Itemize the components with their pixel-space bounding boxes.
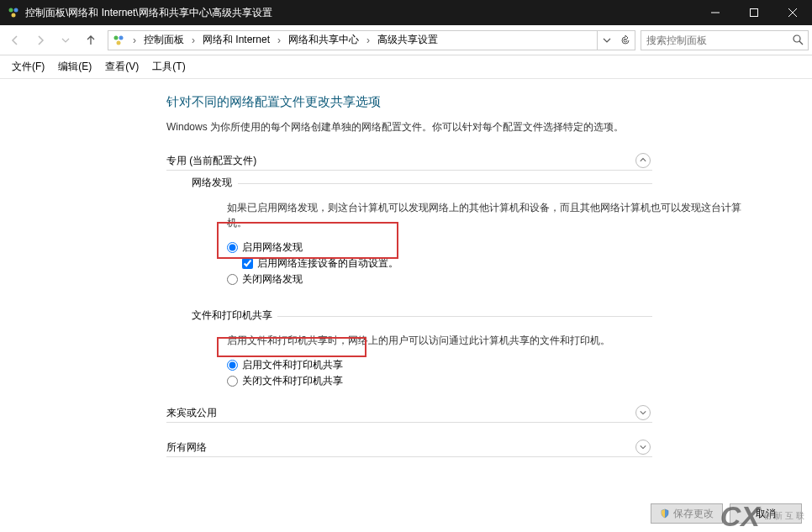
- close-button[interactable]: [773, 0, 812, 25]
- back-button[interactable]: [3, 29, 27, 52]
- profile-all-label: 所有网络: [166, 440, 635, 455]
- checkbox-auto-setup[interactable]: 启用网络连接设备的自动设置。: [242, 256, 812, 271]
- forward-button[interactable]: [29, 29, 52, 52]
- discovery-description: 如果已启用网络发现，则这台计算机可以发现网络上的其他计算机和设备，而且其他网络计…: [227, 200, 757, 230]
- recent-dropdown[interactable]: [54, 29, 77, 52]
- search-box[interactable]: [641, 30, 809, 50]
- breadcrumb-item[interactable]: 网络和共享中心: [285, 31, 362, 50]
- chevron-right-icon[interactable]: ›: [187, 34, 199, 46]
- section-network-discovery: 网络发现: [192, 176, 812, 190]
- radio-disable-discovery[interactable]: 关闭网络发现: [227, 272, 812, 287]
- expand-icon[interactable]: [635, 440, 651, 455]
- breadcrumb-item[interactable]: 网络和 Internet: [199, 31, 273, 50]
- profile-private-header[interactable]: 专用 (当前配置文件): [166, 153, 652, 171]
- location-icon: [108, 34, 129, 47]
- svg-rect-4: [751, 9, 758, 17]
- navbar: › 控制面板 › 网络和 Internet › 网络和共享中心 › 高级共享设置: [0, 25, 812, 55]
- chevron-right-icon[interactable]: ›: [362, 34, 374, 46]
- svg-line-11: [799, 41, 803, 45]
- radio-enable-discovery[interactable]: 启用网络发现: [227, 240, 812, 255]
- svg-point-1: [14, 8, 18, 13]
- minimize-button[interactable]: [696, 0, 735, 25]
- window-title: 控制面板\网络和 Internet\网络和共享中心\高级共享设置: [25, 6, 696, 20]
- refresh-icon[interactable]: [616, 31, 635, 50]
- chevron-right-icon[interactable]: ›: [129, 34, 140, 46]
- svg-point-8: [119, 35, 124, 40]
- svg-point-2: [12, 13, 16, 18]
- svg-point-9: [117, 40, 121, 45]
- profile-guest-header[interactable]: 来宾或公用: [166, 405, 652, 423]
- collapse-icon[interactable]: [635, 153, 651, 168]
- svg-point-10: [794, 35, 800, 42]
- profile-private-label: 专用 (当前配置文件): [166, 154, 635, 168]
- menu-tools[interactable]: 工具(T): [145, 56, 192, 77]
- menu-edit[interactable]: 编辑(E): [51, 56, 98, 77]
- expand-icon[interactable]: [635, 405, 651, 420]
- content-area: 针对不同的网络配置文件更改共享选项 Windows 为你所使用的每个网络创建单独…: [0, 79, 812, 457]
- breadcrumb-item[interactable]: 控制面板: [140, 31, 187, 50]
- save-button[interactable]: 保存更改: [651, 503, 723, 524]
- history-dropdown-icon[interactable]: [598, 31, 616, 50]
- menu-file[interactable]: 文件(F): [5, 56, 51, 77]
- menu-view[interactable]: 查看(V): [98, 56, 145, 77]
- radio-disable-filesharing[interactable]: 关闭文件和打印机共享: [227, 374, 812, 388]
- shield-icon: [660, 508, 670, 519]
- page-heading: 针对不同的网络配置文件更改共享选项: [166, 94, 812, 110]
- app-icon: [7, 6, 20, 19]
- radio-enable-filesharing[interactable]: 启用文件和打印机共享: [227, 358, 812, 372]
- svg-point-7: [114, 35, 119, 40]
- profile-all-header[interactable]: 所有网络: [166, 440, 652, 457]
- titlebar: 控制面板\网络和 Internet\网络和共享中心\高级共享设置: [0, 0, 812, 25]
- search-input[interactable]: [641, 34, 788, 46]
- section-file-sharing: 文件和打印机共享: [192, 308, 812, 323]
- profile-guest-label: 来宾或公用: [166, 406, 635, 420]
- chevron-right-icon[interactable]: ›: [273, 34, 285, 46]
- up-button[interactable]: [79, 29, 103, 52]
- menubar: 文件(F) 编辑(E) 查看(V) 工具(T): [0, 55, 812, 79]
- address-bar[interactable]: › 控制面板 › 网络和 Internet › 网络和共享中心 › 高级共享设置: [108, 30, 635, 50]
- watermark: CX 创新互联: [720, 502, 807, 530]
- search-icon[interactable]: [788, 34, 808, 45]
- svg-point-0: [9, 8, 13, 13]
- watermark-logo: CX: [720, 502, 760, 530]
- watermark-text: 创新互联: [763, 510, 807, 522]
- maximize-button[interactable]: [735, 0, 773, 25]
- page-description: Windows 为你所使用的每个网络创建单独的网络配置文件。你可以针对每个配置文…: [166, 120, 812, 134]
- filesharing-description: 启用文件和打印机共享时，网络上的用户可以访问通过此计算机共享的文件和打印机。: [227, 333, 757, 348]
- breadcrumb-item[interactable]: 高级共享设置: [374, 31, 441, 50]
